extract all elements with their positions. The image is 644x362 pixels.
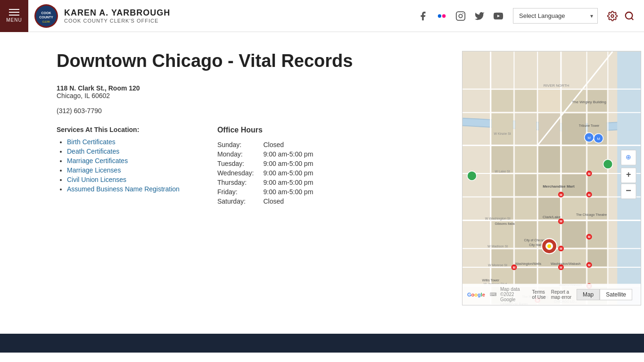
hours-title: Office Hours [217, 126, 313, 134]
google-logo: Google [467, 292, 485, 297]
list-item: Marriage Certificates [67, 157, 180, 165]
search-button[interactable] [624, 11, 635, 21]
svg-text:COUNTY: COUNTY [39, 16, 53, 19]
main-content: Downtown Chicago - Vital Records 118 N. … [0, 32, 644, 324]
death-certificates-link[interactable]: Death Certificates [67, 148, 119, 155]
svg-text:Washington/Wells: Washington/Wells [515, 262, 542, 266]
language-select[interactable]: Select Language Spanish Polish Chinese F… [513, 8, 598, 24]
day-label: Tuesday: [217, 159, 264, 168]
terms-of-use-link[interactable]: Terms of Use [532, 289, 547, 300]
birth-certificates-link[interactable]: Birth Certificates [67, 138, 116, 146]
org-title-block: KAREN A. YARBROUGH COOK COUNTY CLERK'S O… [64, 8, 170, 24]
svg-rect-46 [492, 174, 513, 196]
svg-rect-42 [515, 146, 537, 173]
day-label: Thursday: [217, 178, 264, 187]
svg-text:M: M [588, 172, 591, 175]
address-street: 118 N. Clark St., Room 120 [57, 84, 462, 92]
table-row: Sunday: Closed [217, 140, 313, 149]
day-label: Saturday: [217, 197, 264, 206]
svg-rect-44 [562, 146, 586, 173]
footer [0, 334, 644, 353]
list-item: Death Certificates [67, 148, 180, 155]
svg-point-9 [462, 13, 463, 14]
marriage-licenses-link[interactable]: Marriage Licenses [67, 166, 121, 174]
menu-button[interactable]: MENU [0, 0, 28, 32]
svg-rect-69 [562, 268, 586, 285]
svg-rect-36 [492, 114, 513, 145]
map-copyright: Map data ©2022 Google [500, 287, 528, 302]
map-container[interactable]: RIVER NORTH W Kinzie St W Lake St W Wash… [462, 51, 641, 305]
map-svg: RIVER NORTH W Kinzie St W Lake St W Wash… [462, 51, 641, 305]
youtube-icon[interactable] [493, 11, 504, 21]
phone-number: (312) 603-7790 [57, 107, 462, 115]
hamburger-line-2 [9, 12, 19, 13]
table-row: Wednesday: 9:00 am-5:00 pm [217, 168, 313, 178]
list-item: Marriage Licenses [67, 166, 180, 174]
twitter-icon[interactable] [474, 11, 485, 21]
svg-point-12 [626, 12, 633, 19]
time-value: 9:00 am-5:00 pm [263, 149, 313, 159]
svg-text:M: M [560, 247, 562, 250]
svg-rect-37 [515, 114, 537, 145]
svg-point-5 [438, 14, 441, 17]
settings-button[interactable] [607, 11, 618, 21]
time-value: 9:00 am-5:00 pm [263, 168, 313, 178]
services-title: Services At This Location: [57, 126, 180, 133]
header: MENU COOK COUNTY CLERK KAREN A. YARBROUG… [0, 0, 644, 32]
assumed-business-name-link[interactable]: Assumed Business Name Registration [67, 185, 180, 193]
hamburger-line-3 [9, 15, 19, 16]
table-row: Friday: 9:00 am-5:00 pm [217, 187, 313, 197]
marriage-certificates-link[interactable]: Marriage Certificates [67, 157, 128, 165]
hours-section: Office Hours Sunday: Closed Monday: 9:00… [217, 126, 313, 206]
svg-rect-52 [515, 198, 537, 220]
map-type-buttons: Map Satellite [577, 289, 632, 300]
svg-rect-55 [588, 198, 607, 220]
svg-text:RIVER NORTH: RIVER NORTH [544, 83, 570, 88]
svg-text:W Washington St: W Washington St [485, 217, 511, 221]
svg-text:M: M [588, 263, 591, 267]
svg-line-13 [631, 18, 633, 20]
svg-rect-70 [588, 268, 607, 285]
svg-text:The Chicago Theatre: The Chicago Theatre [576, 213, 607, 217]
svg-rect-43 [538, 146, 560, 173]
svg-text:M: M [597, 137, 600, 141]
svg-rect-54 [562, 198, 586, 220]
table-row: Saturday: Closed [217, 197, 313, 206]
org-subtitle: COOK COUNTY CLERK'S OFFICE [64, 18, 170, 24]
facebook-icon[interactable] [418, 11, 428, 21]
map-view-button[interactable]: Map [577, 289, 600, 300]
time-value: Closed [263, 140, 313, 149]
svg-text:⊕: ⊕ [626, 153, 631, 161]
table-row: Thursday: 9:00 am-5:00 pm [217, 178, 313, 187]
satellite-view-button[interactable]: Satellite [600, 289, 632, 300]
table-row: Monday: 9:00 am-5:00 pm [217, 149, 313, 159]
report-map-error-link[interactable]: Report a map error [551, 289, 573, 300]
svg-text:W Madison St: W Madison St [487, 245, 508, 248]
address-block: 118 N. Clark St., Room 120 Chicago, IL 6… [57, 84, 462, 99]
org-name: KAREN A. YARBROUGH [64, 8, 170, 18]
info-columns: Services At This Location: Birth Certifi… [57, 126, 462, 206]
svg-point-6 [442, 14, 446, 17]
day-label: Friday: [217, 187, 264, 197]
svg-point-11 [611, 15, 614, 17]
svg-rect-47 [515, 174, 537, 196]
svg-text:M: M [560, 193, 562, 197]
svg-text:M: M [588, 235, 591, 239]
svg-rect-45 [588, 146, 607, 173]
svg-point-127 [467, 171, 477, 181]
svg-rect-68 [538, 268, 560, 285]
svg-text:W Kinzie St: W Kinzie St [494, 132, 511, 135]
svg-text:CLERK: CLERK [42, 20, 50, 23]
svg-text:Willis Tower: Willis Tower [482, 279, 499, 282]
map-section: RIVER NORTH W Kinzie St W Lake St W Wash… [462, 51, 641, 305]
svg-text:Clark/Lake: Clark/Lake [543, 215, 561, 219]
flickr-icon[interactable] [437, 11, 447, 21]
address-city: Chicago, IL 60602 [57, 92, 462, 99]
svg-point-8 [459, 14, 462, 17]
services-section: Services At This Location: Birth Certifi… [57, 126, 180, 206]
svg-text:W Lake St: W Lake St [495, 170, 510, 173]
instagram-icon[interactable] [455, 11, 466, 21]
svg-text:City Hall: City Hall [529, 243, 541, 247]
civil-union-licenses-link[interactable]: Civil Union Licenses [67, 176, 126, 183]
svg-rect-33 [538, 90, 560, 112]
